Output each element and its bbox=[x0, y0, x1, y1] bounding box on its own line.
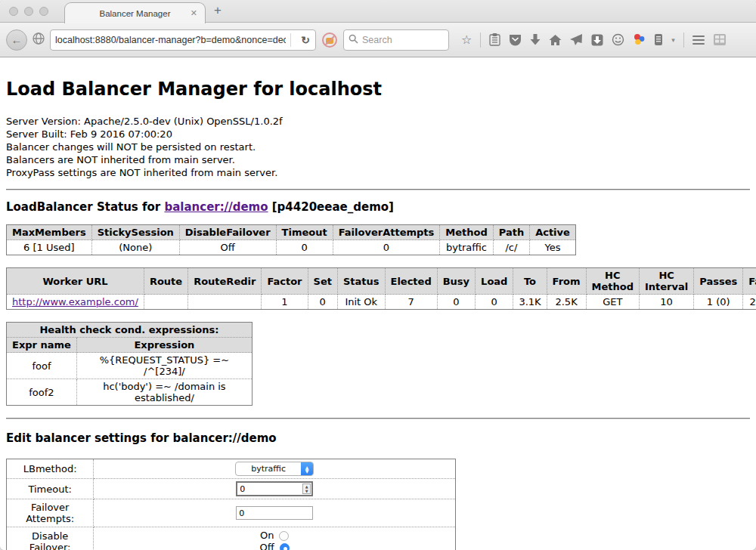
failover-attempts-input[interactable] bbox=[236, 506, 313, 520]
search-input[interactable] bbox=[362, 35, 438, 45]
page-title: Load Balancer Manager for localhost bbox=[6, 79, 750, 100]
cell-maxmembers: 6 [1 Used] bbox=[7, 240, 92, 255]
loadbalancer-status-heading: LoadBalancer Status for balancer://demo … bbox=[6, 200, 750, 214]
timeout-value: 0 bbox=[240, 484, 302, 494]
tab-groups-icon[interactable] bbox=[713, 33, 727, 46]
col-header: Factor bbox=[262, 268, 308, 295]
cell-set: 0 bbox=[308, 295, 337, 310]
radio-on[interactable] bbox=[279, 531, 289, 541]
lbmethod-selected-value: bytraffic bbox=[236, 464, 301, 474]
toolbar-divider-2 bbox=[683, 32, 684, 48]
proxypass-warning-line: ProxyPass settings are NOT inherited fro… bbox=[6, 166, 750, 179]
status-heading-prefix: LoadBalancer Status for bbox=[6, 200, 164, 214]
col-header: DisableFailover bbox=[179, 225, 276, 240]
cell-method: bytraffic bbox=[440, 240, 493, 255]
cell-from: 2.5K bbox=[547, 295, 586, 310]
overflow-caret-icon[interactable]: ▾ bbox=[671, 36, 675, 44]
cell-expression: %{REQUEST_STATUS} =~ /^[234]/ bbox=[76, 353, 252, 379]
downloads-icon[interactable] bbox=[530, 34, 541, 46]
cell-active: Yes bbox=[530, 240, 576, 255]
feedback-smiley-icon[interactable] bbox=[612, 33, 624, 46]
home-icon[interactable] bbox=[549, 34, 562, 46]
cell-status: Init Ok bbox=[337, 295, 385, 310]
reload-icon[interactable]: ↻ bbox=[296, 34, 315, 46]
section-divider bbox=[6, 189, 750, 190]
radio-on-label: On bbox=[260, 530, 274, 542]
table-header-row: Expr name Expression bbox=[7, 338, 253, 353]
minimize-window-button[interactable] bbox=[24, 7, 33, 16]
expr-row: foof2 hc('body') =~ /domain is establish… bbox=[7, 379, 253, 406]
menu-icon[interactable] bbox=[692, 36, 705, 45]
col-header: MaxMembers bbox=[7, 225, 92, 240]
balancer-demo-link[interactable]: balancer://demo bbox=[164, 200, 268, 214]
persist-warning-line: Balancer changes will NOT be persisted o… bbox=[6, 141, 750, 153]
timeout-label: Timeout: bbox=[7, 479, 94, 499]
cell-busy: 0 bbox=[437, 295, 475, 310]
worker-url-link[interactable]: http://www.example.com/ bbox=[12, 296, 138, 307]
cell-expr-name: foof2 bbox=[7, 379, 77, 406]
col-header: Passes bbox=[694, 268, 743, 295]
col-header: Worker URL bbox=[7, 268, 144, 295]
col-header: Elected bbox=[385, 268, 437, 295]
cell-timeout: 0 bbox=[276, 240, 333, 255]
balancer-status-table: MaxMembers StickySession DisableFailover… bbox=[6, 224, 576, 255]
section-divider bbox=[6, 418, 750, 419]
tab-strip: Balancer Manager ✕ + bbox=[0, 0, 756, 23]
cell-failoverattempts: 0 bbox=[333, 240, 440, 255]
expr-row: foof %{REQUEST_STATUS} =~ /^[234]/ bbox=[7, 353, 253, 379]
send-tab-icon[interactable] bbox=[570, 34, 583, 46]
sidebar-clip-icon[interactable] bbox=[654, 33, 663, 46]
col-header: Expression bbox=[76, 338, 252, 353]
table-header-row: Worker URL Route RouteRedir Factor Set S… bbox=[7, 268, 756, 295]
back-button[interactable]: ← bbox=[6, 29, 27, 51]
number-spinner-icon[interactable]: ▲▼ bbox=[302, 484, 311, 494]
failover-attempts-label: Failover Attempts: bbox=[7, 499, 94, 527]
extensions-colordots-icon[interactable] bbox=[633, 33, 646, 46]
cell-route bbox=[144, 295, 187, 310]
new-tab-button[interactable]: + bbox=[214, 3, 222, 18]
content-blocker-icon[interactable] bbox=[322, 32, 337, 48]
search-bar[interactable] bbox=[343, 29, 449, 51]
form-row-timeout: Timeout: 0 ▲▼ bbox=[7, 479, 456, 499]
pocket-icon[interactable] bbox=[509, 34, 522, 46]
health-check-title: Health check cond. expressions: bbox=[7, 323, 253, 338]
url-text[interactable]: localhost:8880/balancer-manager?b=demo&n… bbox=[55, 35, 286, 45]
table-title-row: Health check cond. expressions: bbox=[7, 323, 253, 338]
col-header: Expr name bbox=[7, 338, 77, 353]
edit-balancer-form: LBmethod: bytraffic ▲▼ Timeout: 0 ▲▼ bbox=[6, 459, 456, 550]
col-header: Active bbox=[530, 225, 576, 240]
reading-list-icon[interactable] bbox=[489, 33, 500, 46]
zoom-window-button[interactable] bbox=[39, 7, 48, 16]
screenshot-download-icon[interactable] bbox=[591, 34, 603, 46]
worker-row: http://www.example.com/ 1 0 Init Ok 7 0 … bbox=[7, 295, 756, 310]
bookmark-star-icon[interactable]: ☆ bbox=[461, 34, 472, 46]
radio-off-selected[interactable] bbox=[280, 543, 290, 550]
tab-balancer-manager[interactable]: Balancer Manager ✕ bbox=[64, 2, 206, 23]
col-header: Path bbox=[493, 225, 529, 240]
cell-passes: 1 (0) bbox=[694, 295, 743, 310]
col-header: Method bbox=[440, 225, 493, 240]
lbmethod-select[interactable]: bytraffic ▲▼ bbox=[235, 462, 314, 476]
worker-table: Worker URL Route RouteRedir Factor Set S… bbox=[6, 267, 756, 310]
col-header: HC Method bbox=[586, 268, 639, 295]
timeout-input[interactable]: 0 ▲▼ bbox=[236, 481, 313, 496]
edit-balancer-heading: Edit balancer settings for balancer://de… bbox=[6, 431, 750, 445]
cell-routeredir bbox=[188, 295, 262, 310]
col-header: Set bbox=[308, 268, 337, 295]
server-version-line: Server Version: Apache/2.5.0-dev (Unix) … bbox=[6, 115, 750, 128]
close-window-button[interactable] bbox=[9, 7, 18, 16]
site-info-globe-icon[interactable] bbox=[32, 32, 45, 48]
disable-failover-label: Disable Failover: bbox=[7, 527, 94, 550]
form-row-lbmethod: LBmethod: bytraffic ▲▼ bbox=[7, 459, 456, 479]
window-controls[interactable] bbox=[9, 7, 48, 16]
inherit-warning-line: Balancers are NOT inherited from main se… bbox=[6, 153, 750, 166]
col-header: Load bbox=[476, 268, 513, 295]
col-header: StickySession bbox=[91, 225, 179, 240]
col-header: Timeout bbox=[276, 225, 333, 240]
search-icon bbox=[349, 33, 358, 47]
close-tab-icon[interactable]: ✕ bbox=[191, 8, 197, 18]
browser-window: Balancer Manager ✕ + ← localhost:8880/ba… bbox=[0, 0, 756, 550]
toolbar-divider bbox=[480, 32, 481, 48]
cell-hc-method: GET bbox=[586, 295, 639, 310]
url-bar[interactable]: localhost:8880/balancer-manager?b=demo&n… bbox=[50, 29, 316, 51]
